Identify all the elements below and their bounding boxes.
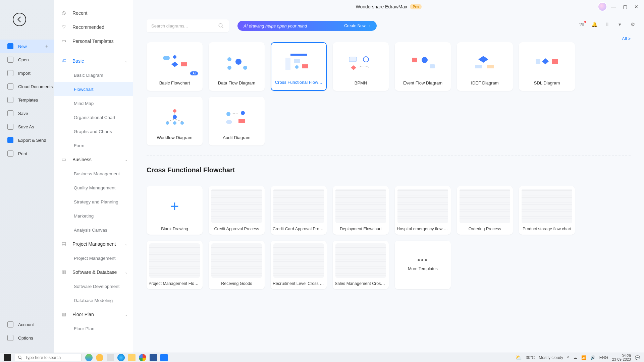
tray-chevron-icon[interactable]: ^ (567, 355, 569, 360)
subcategory-basicdiagram[interactable]: Basic Diagram (54, 68, 133, 82)
weather-temp: 30°C (526, 355, 535, 360)
chevron-down-icon: ⌄ (125, 312, 128, 317)
category-floor[interactable]: ▧ Floor Plan ⌄ (54, 307, 133, 321)
file-menu-templates[interactable]: Templates (0, 93, 54, 107)
diagram-type-basicflow[interactable]: AI Basic Flowchart (147, 42, 203, 91)
nav-personal[interactable]: ▭ Personal Templates (54, 34, 133, 48)
user-avatar[interactable] (598, 2, 607, 11)
tray-language-icon[interactable]: ENG (599, 355, 608, 360)
maximize-button[interactable]: ▢ (622, 4, 628, 9)
start-button[interactable] (4, 354, 11, 361)
subcategory-form[interactable]: Form (54, 138, 133, 153)
section-divider (147, 156, 631, 156)
taskbar-app-edrawmax[interactable] (160, 354, 168, 361)
taskbar-app-cortana[interactable] (85, 354, 93, 361)
diagram-type-event[interactable]: Event Flow Diagram (395, 42, 451, 91)
template-recv[interactable]: Receving Goods (209, 241, 265, 289)
close-button[interactable]: ✕ (633, 4, 639, 9)
nav-recommended[interactable]: ♡ Recommended (54, 20, 133, 34)
tray-wifi-icon[interactable]: 📶 (581, 355, 586, 360)
svg-rect-37 (238, 119, 245, 123)
template-order[interactable]: Ordering Process (457, 186, 513, 235)
taskbar-search[interactable]: Type here to search (15, 354, 82, 361)
search-input[interactable]: Search diagrams... (147, 19, 229, 32)
back-button[interactable] (13, 13, 26, 26)
category-pm[interactable]: ▤ Project Management ⌄ (54, 237, 133, 251)
diagram-type-cross[interactable]: Cross Functional Flow… (271, 42, 327, 91)
file-menu-export[interactable]: Export & Send (0, 133, 54, 147)
subcategory-dbm[interactable]: Database Modeling (54, 293, 133, 307)
taskbar-clock[interactable]: 04:29 23-09-2023 (612, 354, 631, 361)
taskbar-app-edge[interactable] (117, 354, 125, 361)
subcategory-pm1[interactable]: Project Management (54, 251, 133, 265)
tray-onedrive-icon[interactable]: ☁ (573, 355, 577, 360)
template-pmf[interactable]: Project Management Flow… (147, 241, 203, 289)
diagram-type-dfd[interactable]: Data Flow Diagram (209, 42, 265, 91)
subcategory-qm[interactable]: Quality Management (54, 181, 133, 195)
svg-point-30 (173, 121, 176, 125)
dropdown-icon[interactable]: ▾ (616, 21, 623, 27)
diagram-type-workflow[interactable]: Workflow Diagram (147, 97, 203, 145)
category-sd[interactable]: ▦ Software & Database ⌄ (54, 265, 133, 279)
subcategory-mk[interactable]: Marketing (54, 209, 133, 223)
svg-point-31 (180, 121, 184, 125)
all-link[interactable]: All > (622, 36, 631, 41)
template-hosp[interactable]: Hospital emergency flow c… (395, 186, 451, 235)
file-menu-import[interactable]: Import (0, 66, 54, 80)
diagram-type-sdl[interactable]: SDL Diagram (519, 42, 575, 91)
file-menu-account[interactable]: Account (0, 318, 54, 331)
file-menu-label: Account (18, 322, 34, 327)
subcategory-graphs[interactable]: Graphs and Charts (54, 124, 133, 138)
tray-notifications-icon[interactable]: 💬 (635, 355, 640, 360)
ai-banner[interactable]: AI drawing helps open your mind Create N… (237, 21, 377, 31)
diagram-type-bpmn[interactable]: BPMN (333, 42, 389, 91)
template-blank[interactable]: + Blank Drawing (147, 186, 203, 235)
tray-volume-icon[interactable]: 🔊 (590, 355, 595, 360)
taskbar-app-chrome[interactable] (139, 354, 146, 361)
bell-icon[interactable]: 🔔 (591, 21, 598, 27)
taskbar-app-taskview[interactable] (107, 354, 114, 361)
file-menu-saveas[interactable]: Save As (0, 120, 54, 133)
subcategory-flowchart[interactable]: Flowchart (54, 82, 133, 96)
subcategory-fp1[interactable]: Floor Plan (54, 321, 133, 336)
svg-rect-18 (412, 58, 417, 62)
template-recruit[interactable]: Recruitment Level Cross F… (271, 241, 327, 289)
file-menu-save[interactable]: Save (0, 107, 54, 120)
subcategory-org[interactable]: Organizational Chart (54, 110, 133, 124)
template-cc[interactable]: Credit Card Approval Proc… (271, 186, 327, 235)
file-menu-options[interactable]: Options (0, 331, 54, 345)
nav-recent[interactable]: ◷ Recent (54, 6, 133, 20)
weather-icon[interactable]: ⛅ (515, 354, 522, 361)
subcategory-ac[interactable]: Analysis Canvas (54, 223, 133, 237)
taskbar-app-2[interactable] (96, 354, 103, 361)
template-deploy[interactable]: Deployment Flowchart (333, 186, 389, 235)
subcategory-mindmap[interactable]: Mind Map (54, 96, 133, 110)
diagram-type-audit[interactable]: Audit Diagram (209, 97, 265, 145)
apps-icon[interactable]: ⁞⁞ (604, 21, 610, 27)
diagram-type-label: Event Flow Diagram (401, 80, 444, 85)
file-menu-cloud[interactable]: Cloud Documents (0, 80, 54, 93)
subcategory-sdev[interactable]: Software Development (54, 279, 133, 293)
subcategory-sp[interactable]: Strategy and Planning (54, 195, 133, 209)
file-menu-new[interactable]: New + (0, 40, 54, 53)
file-menu-print[interactable]: Print (0, 147, 54, 160)
subcategory-bm[interactable]: Business Management (54, 167, 133, 181)
more-icon: ••• (417, 256, 428, 264)
category-basic[interactable]: 🏷 Basic ⌄ (54, 54, 133, 68)
taskbar-app-explorer[interactable] (128, 354, 136, 361)
print-icon (7, 150, 13, 157)
template-storage[interactable]: Product storage flow chart (519, 186, 575, 235)
category-business[interactable]: ▭ Business ⌄ (54, 153, 133, 167)
subcategory-label: Strategy and Planning (74, 199, 118, 204)
category-sidebar: ◷ Recent ♡ Recommended ▭ Personal Templa… (54, 0, 133, 353)
settings-icon[interactable]: ⚙ (629, 21, 636, 27)
template-sales[interactable]: Sales Management Crossf… (333, 241, 389, 289)
svg-point-5 (173, 55, 176, 59)
diagram-type-idef[interactable]: IDEF Diagram (457, 42, 513, 91)
minimize-button[interactable]: — (610, 4, 616, 9)
template-credit[interactable]: Credit Approval Process (209, 186, 265, 235)
taskbar-app-word[interactable] (150, 354, 157, 361)
template-more[interactable]: ••• More Templates (395, 241, 451, 289)
help-icon[interactable]: ?⃝ (578, 21, 585, 27)
file-menu-open[interactable]: Open (0, 53, 54, 66)
